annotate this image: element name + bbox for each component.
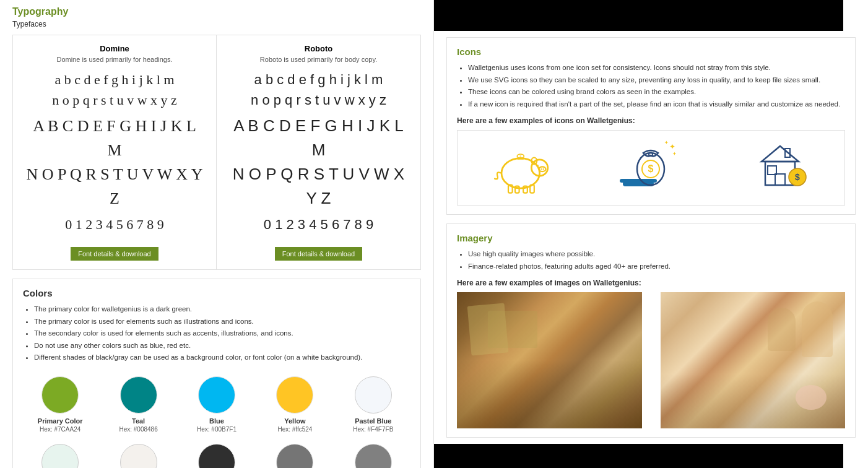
black-swatch: [198, 444, 235, 468]
typography-title: Typography: [12, 6, 421, 17]
color-teal: Teal Hex: #008486: [101, 373, 175, 436]
roboto-sample-lower: a b c d e f g h i j k l m n o p q r s t …: [229, 69, 408, 110]
svg-rect-15: [620, 179, 657, 183]
domine-sample-nums: 0 1 2 3 4 5 6 7 8 9: [25, 214, 204, 235]
imagery-showcase: [457, 292, 845, 428]
blue-swatch: [198, 376, 235, 414]
imagery-title: Imagery: [457, 233, 845, 243]
primary-name: Primary Color: [25, 417, 95, 425]
house-money-icon-example: $: [743, 137, 817, 199]
svg-point-17: [649, 152, 653, 156]
pastel-blue-hex: Hex: #F4F7FB: [339, 426, 408, 433]
icon-rule-3: These icons can be colored using brand c…: [468, 86, 845, 98]
color-blue: Blue Hex: #00B7F1: [180, 373, 254, 436]
color-dark-gray-two: Dark Gray Two Hex: #808080: [336, 440, 410, 468]
typeface-roboto: Roboto Roboto is used primarily for body…: [217, 35, 420, 269]
icons-examples-label: Here are a few examples of icons on Wall…: [457, 116, 845, 125]
black-top-bar: [434, 0, 843, 31]
color-rule-4: Do not use any other colors such as blue…: [34, 340, 410, 352]
icon-rule-1: Walletgenius uses icons from one icon se…: [468, 62, 845, 74]
icons-title: Icons: [457, 46, 845, 57]
svg-point-5: [537, 165, 539, 167]
icons-rules: Walletgenius uses icons from one icon se…: [457, 62, 845, 110]
piggy-bank-icon: $: [488, 140, 556, 196]
svg-text:$: $: [648, 163, 654, 174]
black-bottom-bar: [434, 444, 843, 468]
domine-download-btn[interactable]: Font details & download: [71, 247, 158, 261]
colors-title: Colors: [23, 288, 410, 298]
svg-point-3: [540, 168, 542, 170]
domine-sample-upper: A B C D E F G H I J K L M N O P Q R S T …: [25, 114, 204, 210]
colors-section: Colors The primary color for walletgeniu…: [12, 279, 421, 468]
color-rule-5: Different shades of black/gray can be us…: [34, 352, 410, 364]
primary-swatch: [41, 376, 79, 414]
family-image: [661, 292, 846, 428]
left-panel: Typography Typefaces Domine Domine is us…: [0, 0, 433, 468]
typography-section: Typography Typefaces: [12, 6, 421, 28]
dark-gray-two-swatch: [355, 444, 392, 468]
teal-swatch: [120, 376, 157, 414]
color-yellow: Yellow Hex: #ffc524: [258, 373, 332, 436]
svg-rect-25: [775, 174, 785, 185]
pastel-green-swatch: [41, 444, 79, 468]
icon-rule-2: We use SVG icons so they can be scaled t…: [468, 74, 845, 87]
imagery-rule-2: Finance-related photos, featuring adults…: [468, 261, 845, 273]
svg-point-4: [543, 168, 544, 170]
color-pastel-green: Pastel Green Hex: #E7F4EE: [23, 440, 97, 468]
domine-sample-lower: a b c d e f g h i j k l m n o p q r s t …: [25, 69, 204, 110]
colors-rules: The primary color for walletgenius is a …: [23, 303, 410, 364]
svg-text:$: $: [519, 155, 521, 158]
svg-marker-23: [762, 146, 799, 162]
icons-section: Icons Walletgenius uses icons from one i…: [446, 37, 856, 215]
house-icon: $: [746, 140, 814, 196]
pastel-brown-swatch: [120, 444, 157, 468]
image-gap: [648, 292, 654, 428]
color-row-1: Primary Color Hex: #7CAA24 Teal Hex: #00…: [23, 373, 410, 436]
color-pastel-brown: Pastel Brown Hex: #F4F1ED: [101, 440, 175, 468]
primary-hex: Hex: #7CAA24: [25, 426, 95, 433]
imagery-section: Imagery Use high quality images where po…: [446, 223, 856, 438]
dark-gray-swatch: [276, 444, 313, 468]
svg-point-2: [539, 167, 546, 172]
imagery-rule-1: Use high quality images where possible.: [468, 248, 845, 261]
icons-showcase: $ $ ✦: [457, 130, 845, 206]
roboto-desc: Roboto is used primarily for body copy.: [229, 56, 408, 63]
icon-rule-4: If a new icon is required that isn't a p…: [468, 98, 845, 111]
svg-text:✦: ✦: [672, 151, 677, 157]
color-rule-3: The secondary color is used for elements…: [34, 327, 410, 340]
domine-desc: Domine is used primarily for headings.: [25, 56, 204, 63]
imagery-examples-label: Here are a few examples of images on Wal…: [457, 279, 845, 287]
yellow-swatch: [276, 376, 313, 414]
imagery-rules: Use high quality images where possible. …: [457, 248, 845, 272]
typefaces-label: Typefaces: [12, 20, 421, 28]
color-pastel-blue: Pastel Blue Hex: #F4F7FB: [336, 373, 410, 436]
svg-rect-26: [768, 166, 776, 175]
color-row-2: Pastel Green Hex: #E7F4EE Pastel Brown H…: [23, 440, 410, 468]
money-bag-icon-example: $ ✦ ✦ ✦: [614, 137, 688, 199]
money-bag-icon: $ ✦ ✦ ✦: [617, 137, 685, 199]
color-rule-1: The primary color for walletgenius is a …: [34, 303, 410, 316]
typeface-domine: Domine Domine is used primarily for head…: [13, 35, 217, 269]
color-black: Black Hex: #2F2F2F: [180, 440, 254, 468]
pastel-blue-name: Pastel Blue: [339, 417, 408, 425]
blue-name: Blue: [182, 417, 251, 425]
typefaces-grid: Domine Domine is used primarily for head…: [12, 35, 421, 270]
right-panel: Icons Walletgenius uses icons from one i…: [433, 0, 868, 468]
svg-text:✦: ✦: [669, 142, 675, 151]
svg-text:✦: ✦: [664, 140, 669, 145]
teal-name: Teal: [103, 417, 173, 425]
pastel-blue-swatch: [355, 376, 392, 414]
roboto-download-btn[interactable]: Font details & download: [275, 247, 362, 261]
color-primary: Primary Color Hex: #7CAA24: [23, 373, 97, 436]
finance-image: [457, 292, 642, 428]
teal-hex: Hex: #008486: [103, 426, 173, 433]
color-dark-gray: Dark Gray Hex: #757575: [258, 440, 332, 468]
color-rule-2: The primary color is used for elements s…: [34, 316, 410, 328]
blue-hex: Hex: #00B7F1: [182, 426, 251, 433]
roboto-name: Roboto: [229, 44, 408, 53]
yellow-hex: Hex: #ffc524: [260, 426, 329, 433]
roboto-sample-nums: 0 1 2 3 4 5 6 7 8 9: [229, 214, 408, 235]
domine-name: Domine: [25, 44, 204, 53]
piggy-bank-icon-example: $: [485, 137, 559, 199]
yellow-name: Yellow: [260, 417, 329, 425]
